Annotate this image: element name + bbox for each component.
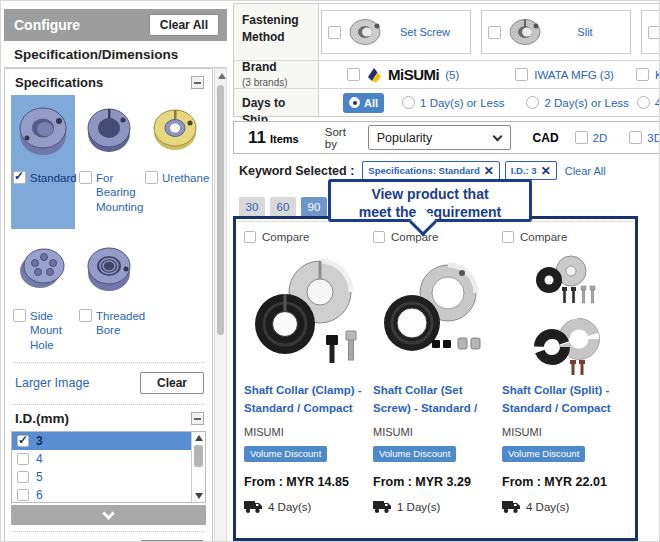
spec-option-threaded[interactable]: Threaded Bore [77,233,141,359]
misumi-checkbox[interactable] [347,68,360,81]
third-option-checkbox[interactable] [648,26,660,39]
ship-option-4day[interactable]: 4 Day(s) or Les [637,96,660,109]
id-4-checkbox[interactable] [17,453,29,465]
scroll-up-icon[interactable] [195,435,203,441]
compare-option[interactable]: Compare [502,231,626,243]
set-screw-collar-icon [346,17,386,47]
ship-option-all[interactable]: All [343,93,384,113]
id-option-4[interactable]: 4 [12,450,205,468]
standard-collar-thumbnail [11,95,75,167]
remove-tag-icon[interactable]: ✕ [484,165,494,177]
cad-2d-checkbox[interactable] [575,131,588,144]
urethane-checkbox[interactable] [145,171,158,184]
id-4-label: 4 [36,452,43,466]
compare-checkbox[interactable] [373,231,385,243]
standard-checkbox[interactable] [13,171,26,184]
scroll-up-icon[interactable] [218,73,226,79]
misumi-logo-icon [366,67,382,83]
id-6-checkbox[interactable] [17,489,29,501]
collapse-icon[interactable] [191,76,204,89]
keyword-tag-id[interactable]: I.D.: 3 ✕ [505,161,557,180]
compare-checkbox[interactable] [502,231,514,243]
collar-side-mount-icon [15,237,71,301]
spec-option-urethane[interactable]: Urethane [143,95,207,229]
item-count: 11 [248,128,266,148]
urethane-collar-thumbnail [143,95,207,167]
compare-label: Compare [262,231,309,243]
id-option-3[interactable]: 3 [12,432,205,450]
collapse-icon[interactable] [191,412,204,425]
product-card-split[interactable]: Compare [502,231,626,513]
4day-radio[interactable] [637,96,650,109]
page-size-90[interactable]: 90 [301,197,327,217]
brand-label: Brand [242,59,312,76]
keyword-clear-all-link[interactable]: Clear All [565,165,606,177]
spec-option-standard[interactable]: Standard [11,95,75,229]
scroll-down-icon[interactable] [195,493,203,499]
product-title-link[interactable]: Shaft Collar (Split) - Standard / Compac… [502,381,626,419]
id-5-checkbox[interactable] [17,471,29,483]
id-option-6[interactable]: 6 [12,486,205,504]
bearing-collar-thumbnail [77,95,141,167]
bearing-checkbox[interactable] [79,171,92,184]
page-size-60[interactable]: 60 [270,197,296,217]
brand-option-katayama[interactable]: KATAYAMA C. [636,68,660,81]
iwata-checkbox[interactable] [515,68,528,81]
compare-option[interactable]: Compare [373,231,497,243]
1day-label: 1 Day(s) or Less [420,97,504,109]
katayama-checkbox[interactable] [636,68,649,81]
collar-bearing-icon [81,99,137,163]
fastening-option-set-screw[interactable]: Set Screw [321,10,471,54]
volume-discount-badge: Volume Discount [502,446,585,462]
id-list-scrollbar[interactable] [191,432,205,502]
spec-clear-button[interactable]: Clear [140,372,204,394]
product-card-set-screw[interactable]: Compare Shaft Collar (Set Screw) - Stand… [373,231,497,513]
configure-title: Configure [14,17,80,33]
spec-option-bearing[interactable]: For Bearing Mounting [77,95,141,229]
brand-option-misumi[interactable]: MiSUMi (5) [347,66,459,83]
sidebar-scrollbar[interactable] [214,68,227,542]
larger-image-link[interactable]: Larger Image [15,376,89,390]
spec-option-side-mount[interactable]: Side Mount Hole [11,233,75,359]
sort-select[interactable]: Popularity [368,125,511,150]
clear-all-button[interactable]: Clear All [149,14,219,36]
ship-option-1day[interactable]: 1 Day(s) or Less [402,96,504,109]
1day-radio[interactable] [402,96,415,109]
misumi-count: (5) [445,69,459,81]
expand-list-button[interactable] [11,505,206,525]
id-option-5[interactable]: 5 [12,468,205,486]
product-brand: MISUMI [502,426,626,438]
cad-2d-option[interactable]: 2D [575,131,608,144]
brand-option-iwata[interactable]: IWATA MFG (3) [515,68,614,81]
sort-select-value: Popularity [377,131,433,145]
fastening-option-third[interactable] [641,10,660,54]
page-size-30[interactable]: 30 [239,197,265,217]
all-radio[interactable] [349,97,360,108]
cad-3d-option[interactable]: 3D [629,131,660,144]
collar-standard-icon [15,99,71,163]
compare-checkbox[interactable] [244,231,256,243]
set-screw-checkbox[interactable] [328,26,341,39]
scrollbar-thumb[interactable] [194,445,203,467]
compare-option[interactable]: Compare [244,231,368,243]
id-6-label: 6 [36,488,43,502]
threaded-bore-checkbox[interactable] [79,309,92,322]
id-list: 3 4 5 6 [11,431,206,503]
2day-radio[interactable] [526,96,539,109]
fastening-option-slit[interactable]: Slit [481,10,631,54]
product-image [247,247,365,379]
product-title-link[interactable]: Shaft Collar (Set Screw) - Standard / Wi… [373,381,497,419]
slit-label: Slit [546,26,624,38]
side-mount-checkbox[interactable] [13,309,26,322]
bearing-label: For Bearing Mounting [96,171,143,214]
ship-option-2day[interactable]: 2 Day(s) or Less [526,96,628,109]
product-title-link[interactable]: Shaft Collar (Clamp) - Standard / Compac… [244,381,368,419]
id-3-checkbox[interactable] [17,435,29,447]
collar-urethane-icon [147,99,203,163]
product-card-clamp[interactable]: Compare Shaft Collar (Clamp) - St [244,231,368,513]
scrollbar-thumb[interactable] [217,85,224,335]
remove-tag-icon[interactable]: ✕ [541,165,551,177]
keyword-tag-specifications[interactable]: Specifications: Standard ✕ [362,161,499,180]
slit-checkbox[interactable] [488,26,501,39]
cad-3d-checkbox[interactable] [629,131,642,144]
